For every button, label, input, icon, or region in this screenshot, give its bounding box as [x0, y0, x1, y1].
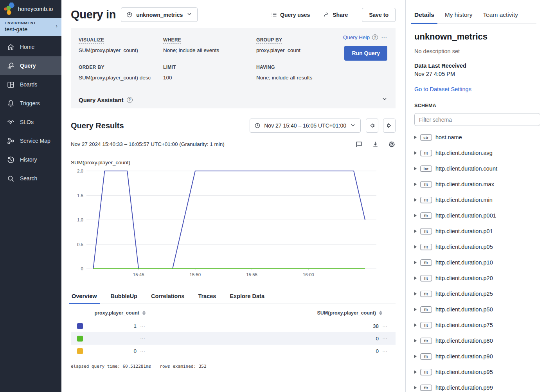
sort-icon[interactable] [142, 311, 146, 315]
chevron-down-icon[interactable] [381, 96, 388, 104]
gear-icon[interactable] [388, 140, 396, 148]
line-chart[interactable]: 00.51.01.52.015:4515:5015:5516:00 [71, 168, 386, 281]
sidebar-item[interactable]: Home [0, 38, 61, 56]
caret-right-icon[interactable] [414, 277, 417, 280]
query-clause[interactable]: VISUALIZE SUM(proxy.player_count) [79, 36, 163, 53]
schema-field-row[interactable]: flt http.client.duration.p20 [414, 270, 536, 286]
schema-field-row[interactable]: flt http.client.duration.max [414, 176, 536, 192]
caret-right-icon[interactable] [414, 355, 417, 358]
clause-value[interactable]: None; include all results [256, 75, 325, 81]
schema-field-row[interactable]: flt http.client.duration.p75 [414, 317, 536, 333]
caret-right-icon[interactable] [414, 198, 417, 201]
schema-field-row[interactable]: flt http.client.duration.p01 [414, 223, 536, 239]
query-help-link[interactable]: Query Help ? [343, 34, 378, 40]
caret-right-icon[interactable] [414, 370, 417, 374]
sidebar-item[interactable]: History [0, 150, 61, 169]
query-assistant-bar[interactable]: Query Assistant ? [71, 91, 396, 108]
sum-column-header[interactable]: SUM(proxy.player_count) [317, 310, 376, 316]
result-tab[interactable]: Overview [71, 291, 98, 304]
sidebar-item[interactable]: Service Map [0, 131, 61, 150]
clause-label[interactable]: GROUP BY [256, 37, 282, 44]
table-row[interactable]: 1 ⋯ 38 ⋯ [71, 320, 396, 332]
caret-right-icon[interactable] [414, 324, 417, 327]
sidebar-item[interactable]: Search [0, 169, 61, 188]
caret-right-icon[interactable] [414, 167, 417, 170]
schema-field-row[interactable]: flt http.client.duration.p50 [414, 302, 536, 317]
caret-right-icon[interactable] [414, 339, 417, 342]
schema-field-row[interactable]: flt http.client.duration.p90 [414, 349, 536, 364]
caret-right-icon[interactable] [414, 308, 417, 311]
clause-label[interactable]: HAVING [256, 65, 275, 71]
dataset-settings-link[interactable]: Go to Dataset Settings [414, 86, 536, 92]
save-to-button[interactable]: Save to [362, 8, 396, 22]
schema-filter-input[interactable] [414, 113, 540, 126]
sidebar-item[interactable]: Boards [0, 75, 61, 94]
caret-right-icon[interactable] [414, 136, 417, 139]
schema-field-row[interactable]: int http.client.duration.count [414, 161, 536, 176]
query-clause[interactable]: ORDER BY SUM(proxy.player_count) desc [79, 63, 163, 81]
time-range-picker[interactable]: Nov 27 15:40 – 16:05 UTC+01:00 [250, 119, 361, 133]
result-tab[interactable]: Correlations [150, 291, 185, 304]
caret-right-icon[interactable] [414, 245, 417, 248]
query-clause[interactable]: HAVING None; include all results [256, 63, 325, 81]
sort-icon[interactable] [379, 311, 382, 315]
schema-field-row[interactable]: flt http.client.duration.p001 [414, 208, 536, 223]
sidebar-item[interactable]: SLOs [0, 113, 61, 131]
environment-switcher[interactable]: ENVIRONMENT test-gate › [0, 18, 61, 36]
query-clause[interactable]: GROUP BY proxy.player_count [256, 36, 325, 53]
caret-right-icon[interactable] [414, 183, 417, 186]
caret-right-icon[interactable] [414, 292, 417, 295]
result-tab[interactable]: BubbleUp [110, 291, 138, 304]
result-tab[interactable]: Traces [197, 291, 217, 304]
time-forward-button[interactable] [383, 119, 396, 133]
query-uses-button[interactable]: Query uses [271, 11, 310, 18]
clause-value[interactable]: 100 [163, 75, 256, 81]
details-tab[interactable]: Team activity [483, 11, 518, 23]
clause-label[interactable]: ORDER BY [79, 65, 104, 71]
details-tab[interactable]: Details [414, 11, 434, 23]
clause-value[interactable]: SUM(proxy.player_count) desc [79, 75, 163, 81]
row-menu-icon[interactable]: ⋯ [382, 336, 392, 342]
caret-right-icon[interactable] [414, 230, 417, 233]
query-clause[interactable]: WHERE None; include all events [163, 36, 256, 53]
clause-label[interactable]: VISUALIZE [79, 37, 104, 44]
time-back-button[interactable] [366, 119, 378, 133]
clause-value[interactable]: SUM(proxy.player_count) [79, 47, 163, 53]
row-menu-icon[interactable]: ⋯ [140, 336, 150, 342]
details-tab[interactable]: My history [445, 11, 473, 23]
schema-field-row[interactable]: flt http.client.duration.p99 [414, 380, 536, 392]
schema-field-row[interactable]: flt http.client.duration.p05 [414, 239, 536, 255]
query-clause[interactable]: LIMIT 100 [163, 63, 256, 81]
clause-label[interactable]: LIMIT [163, 65, 176, 71]
sidebar-item[interactable]: Query [0, 56, 61, 75]
run-query-button[interactable]: Run Query [344, 46, 387, 61]
caret-right-icon[interactable] [414, 261, 417, 264]
row-menu-icon[interactable]: ⋯ [382, 323, 392, 329]
table-row[interactable]: 0 ⋯ 0 ⋯ [71, 345, 396, 357]
row-menu-icon[interactable]: ⋯ [140, 323, 150, 329]
dataset-selector[interactable]: unknown_metrics [121, 7, 198, 22]
download-icon[interactable] [372, 140, 379, 148]
schema-field-row[interactable]: flt http.client.duration.p10 [414, 255, 536, 270]
caret-right-icon[interactable] [414, 151, 417, 155]
clause-value[interactable]: proxy.player_count [256, 47, 325, 53]
caret-right-icon[interactable] [414, 214, 417, 217]
group-column-header[interactable]: proxy.player_count [71, 310, 139, 316]
overflow-menu-icon[interactable]: ⋯ [381, 34, 387, 41]
table-row[interactable]: ⋯ 0 ⋯ [71, 332, 396, 345]
clause-label[interactable]: WHERE [163, 37, 181, 44]
schema-field-row[interactable]: flt http.client.duration.p80 [414, 333, 536, 349]
sidebar-item[interactable]: Triggers [0, 94, 61, 113]
schema-field-row[interactable]: flt http.client.duration.min [414, 192, 536, 208]
schema-field-row[interactable]: str host.name [414, 129, 536, 145]
honeycomb-logo[interactable]: honeycomb.io [0, 0, 61, 18]
row-menu-icon[interactable]: ⋯ [382, 348, 392, 354]
clause-value[interactable]: None; include all events [163, 47, 256, 53]
row-menu-icon[interactable]: ⋯ [140, 348, 150, 354]
schema-field-row[interactable]: flt http.client.duration.p95 [414, 364, 536, 380]
comment-icon[interactable] [355, 140, 363, 148]
share-button[interactable]: Share [323, 11, 348, 18]
result-tab[interactable]: Explore Data [229, 291, 265, 304]
caret-right-icon[interactable] [414, 386, 417, 389]
schema-field-row[interactable]: flt http.client.duration.p25 [414, 286, 536, 302]
